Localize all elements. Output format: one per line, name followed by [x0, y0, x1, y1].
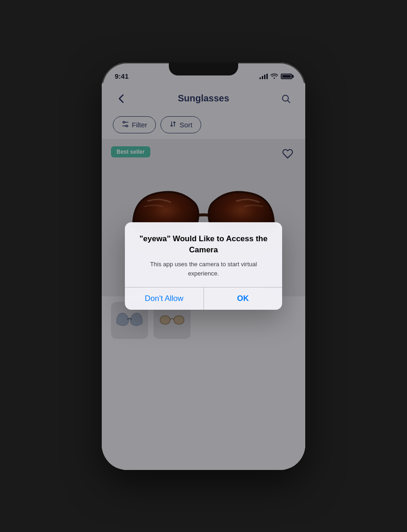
ok-button[interactable]: OK	[204, 288, 283, 310]
phone-frame: 9:41	[102, 63, 305, 470]
alert-message: This app uses the camera to start virtua…	[134, 260, 273, 278]
alert-title: "eyewa" Would Like to Access the Camera	[134, 233, 273, 256]
alert-buttons: Don't Allow OK	[125, 288, 282, 310]
dont-allow-button[interactable]: Don't Allow	[125, 288, 204, 310]
alert-content: "eyewa" Would Like to Access the Camera …	[125, 222, 282, 288]
alert-overlay: "eyewa" Would Like to Access the Camera …	[102, 63, 305, 470]
alert-dialog: "eyewa" Would Like to Access the Camera …	[125, 222, 282, 310]
